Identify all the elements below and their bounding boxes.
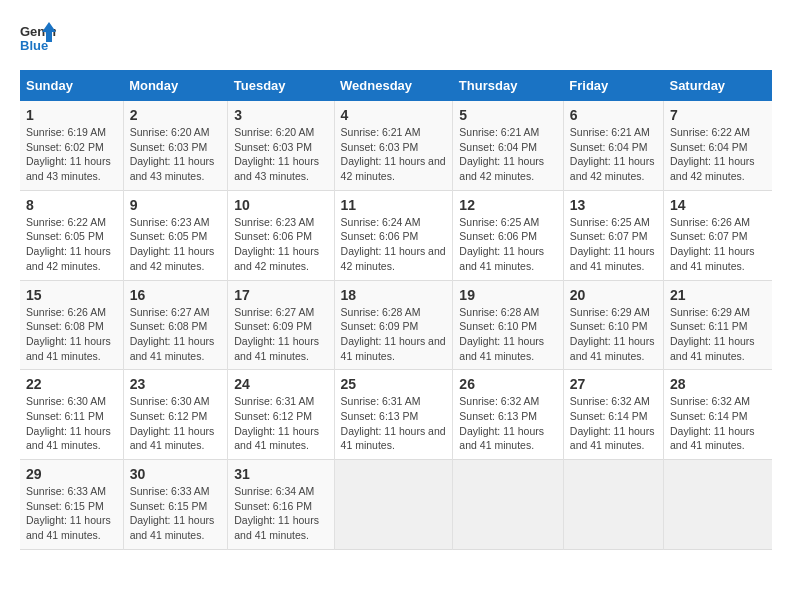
calendar-cell: 20Sunrise: 6:29 AMSunset: 6:10 PMDayligh… [563, 280, 663, 370]
header-tuesday: Tuesday [228, 70, 334, 101]
calendar-week-row: 22Sunrise: 6:30 AMSunset: 6:11 PMDayligh… [20, 370, 772, 460]
calendar-cell: 4Sunrise: 6:21 AMSunset: 6:03 PMDaylight… [334, 101, 453, 190]
day-info: Sunrise: 6:22 AMSunset: 6:05 PMDaylight:… [26, 215, 117, 274]
calendar-cell: 8Sunrise: 6:22 AMSunset: 6:05 PMDaylight… [20, 190, 123, 280]
day-info: Sunrise: 6:30 AMSunset: 6:11 PMDaylight:… [26, 394, 117, 453]
calendar-cell: 14Sunrise: 6:26 AMSunset: 6:07 PMDayligh… [663, 190, 772, 280]
day-number: 29 [26, 466, 117, 482]
day-number: 20 [570, 287, 657, 303]
day-info: Sunrise: 6:21 AMSunset: 6:03 PMDaylight:… [341, 125, 447, 184]
day-number: 17 [234, 287, 327, 303]
header-friday: Friday [563, 70, 663, 101]
day-number: 19 [459, 287, 556, 303]
day-info: Sunrise: 6:27 AMSunset: 6:08 PMDaylight:… [130, 305, 222, 364]
calendar-cell: 31Sunrise: 6:34 AMSunset: 6:16 PMDayligh… [228, 460, 334, 550]
day-number: 1 [26, 107, 117, 123]
calendar-cell: 23Sunrise: 6:30 AMSunset: 6:12 PMDayligh… [123, 370, 228, 460]
header-thursday: Thursday [453, 70, 563, 101]
day-info: Sunrise: 6:22 AMSunset: 6:04 PMDaylight:… [670, 125, 766, 184]
header-wednesday: Wednesday [334, 70, 453, 101]
day-info: Sunrise: 6:27 AMSunset: 6:09 PMDaylight:… [234, 305, 327, 364]
weekday-header-row: Sunday Monday Tuesday Wednesday Thursday… [20, 70, 772, 101]
day-number: 27 [570, 376, 657, 392]
day-number: 26 [459, 376, 556, 392]
calendar-cell: 19Sunrise: 6:28 AMSunset: 6:10 PMDayligh… [453, 280, 563, 370]
calendar-cell: 27Sunrise: 6:32 AMSunset: 6:14 PMDayligh… [563, 370, 663, 460]
calendar-cell [453, 460, 563, 550]
page-header: General Blue [20, 20, 772, 60]
calendar-cell: 26Sunrise: 6:32 AMSunset: 6:13 PMDayligh… [453, 370, 563, 460]
calendar-cell: 13Sunrise: 6:25 AMSunset: 6:07 PMDayligh… [563, 190, 663, 280]
day-info: Sunrise: 6:28 AMSunset: 6:09 PMDaylight:… [341, 305, 447, 364]
svg-text:Blue: Blue [20, 38, 48, 53]
day-info: Sunrise: 6:31 AMSunset: 6:13 PMDaylight:… [341, 394, 447, 453]
calendar-cell: 28Sunrise: 6:32 AMSunset: 6:14 PMDayligh… [663, 370, 772, 460]
day-info: Sunrise: 6:19 AMSunset: 6:02 PMDaylight:… [26, 125, 117, 184]
day-info: Sunrise: 6:29 AMSunset: 6:11 PMDaylight:… [670, 305, 766, 364]
calendar-cell: 7Sunrise: 6:22 AMSunset: 6:04 PMDaylight… [663, 101, 772, 190]
day-number: 8 [26, 197, 117, 213]
calendar-cell: 22Sunrise: 6:30 AMSunset: 6:11 PMDayligh… [20, 370, 123, 460]
logo: General Blue [20, 20, 56, 60]
calendar-cell: 6Sunrise: 6:21 AMSunset: 6:04 PMDaylight… [563, 101, 663, 190]
day-info: Sunrise: 6:25 AMSunset: 6:07 PMDaylight:… [570, 215, 657, 274]
day-number: 15 [26, 287, 117, 303]
day-number: 30 [130, 466, 222, 482]
day-number: 16 [130, 287, 222, 303]
calendar-cell: 30Sunrise: 6:33 AMSunset: 6:15 PMDayligh… [123, 460, 228, 550]
header-monday: Monday [123, 70, 228, 101]
calendar-cell: 9Sunrise: 6:23 AMSunset: 6:05 PMDaylight… [123, 190, 228, 280]
calendar-week-row: 15Sunrise: 6:26 AMSunset: 6:08 PMDayligh… [20, 280, 772, 370]
calendar-cell: 15Sunrise: 6:26 AMSunset: 6:08 PMDayligh… [20, 280, 123, 370]
day-info: Sunrise: 6:26 AMSunset: 6:08 PMDaylight:… [26, 305, 117, 364]
calendar-cell: 24Sunrise: 6:31 AMSunset: 6:12 PMDayligh… [228, 370, 334, 460]
day-info: Sunrise: 6:34 AMSunset: 6:16 PMDaylight:… [234, 484, 327, 543]
calendar-cell: 11Sunrise: 6:24 AMSunset: 6:06 PMDayligh… [334, 190, 453, 280]
calendar-cell [563, 460, 663, 550]
calendar-cell: 2Sunrise: 6:20 AMSunset: 6:03 PMDaylight… [123, 101, 228, 190]
day-info: Sunrise: 6:23 AMSunset: 6:06 PMDaylight:… [234, 215, 327, 274]
calendar-cell: 21Sunrise: 6:29 AMSunset: 6:11 PMDayligh… [663, 280, 772, 370]
day-info: Sunrise: 6:24 AMSunset: 6:06 PMDaylight:… [341, 215, 447, 274]
logo-graphic: General Blue [20, 20, 56, 60]
day-info: Sunrise: 6:32 AMSunset: 6:14 PMDaylight:… [670, 394, 766, 453]
day-number: 12 [459, 197, 556, 213]
day-number: 22 [26, 376, 117, 392]
header-saturday: Saturday [663, 70, 772, 101]
day-number: 31 [234, 466, 327, 482]
day-number: 2 [130, 107, 222, 123]
day-number: 9 [130, 197, 222, 213]
day-number: 23 [130, 376, 222, 392]
day-number: 3 [234, 107, 327, 123]
day-number: 4 [341, 107, 447, 123]
day-info: Sunrise: 6:30 AMSunset: 6:12 PMDaylight:… [130, 394, 222, 453]
calendar-week-row: 1Sunrise: 6:19 AMSunset: 6:02 PMDaylight… [20, 101, 772, 190]
day-info: Sunrise: 6:21 AMSunset: 6:04 PMDaylight:… [570, 125, 657, 184]
day-number: 28 [670, 376, 766, 392]
day-info: Sunrise: 6:33 AMSunset: 6:15 PMDaylight:… [130, 484, 222, 543]
day-info: Sunrise: 6:21 AMSunset: 6:04 PMDaylight:… [459, 125, 556, 184]
day-number: 10 [234, 197, 327, 213]
calendar-cell [663, 460, 772, 550]
day-info: Sunrise: 6:32 AMSunset: 6:14 PMDaylight:… [570, 394, 657, 453]
day-number: 13 [570, 197, 657, 213]
day-info: Sunrise: 6:25 AMSunset: 6:06 PMDaylight:… [459, 215, 556, 274]
day-number: 5 [459, 107, 556, 123]
calendar-cell: 17Sunrise: 6:27 AMSunset: 6:09 PMDayligh… [228, 280, 334, 370]
day-info: Sunrise: 6:32 AMSunset: 6:13 PMDaylight:… [459, 394, 556, 453]
calendar-cell: 1Sunrise: 6:19 AMSunset: 6:02 PMDaylight… [20, 101, 123, 190]
calendar-cell: 5Sunrise: 6:21 AMSunset: 6:04 PMDaylight… [453, 101, 563, 190]
day-number: 25 [341, 376, 447, 392]
calendar-cell: 12Sunrise: 6:25 AMSunset: 6:06 PMDayligh… [453, 190, 563, 280]
day-info: Sunrise: 6:20 AMSunset: 6:03 PMDaylight:… [130, 125, 222, 184]
calendar-cell: 18Sunrise: 6:28 AMSunset: 6:09 PMDayligh… [334, 280, 453, 370]
calendar-cell: 25Sunrise: 6:31 AMSunset: 6:13 PMDayligh… [334, 370, 453, 460]
calendar-cell: 29Sunrise: 6:33 AMSunset: 6:15 PMDayligh… [20, 460, 123, 550]
day-number: 7 [670, 107, 766, 123]
day-info: Sunrise: 6:20 AMSunset: 6:03 PMDaylight:… [234, 125, 327, 184]
day-info: Sunrise: 6:33 AMSunset: 6:15 PMDaylight:… [26, 484, 117, 543]
day-info: Sunrise: 6:29 AMSunset: 6:10 PMDaylight:… [570, 305, 657, 364]
day-number: 6 [570, 107, 657, 123]
calendar-cell [334, 460, 453, 550]
day-number: 18 [341, 287, 447, 303]
